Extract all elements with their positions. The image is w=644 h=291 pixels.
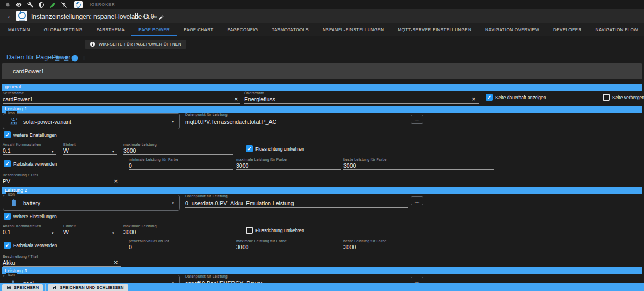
tab-navigation-flow[interactable]: NAVIGATION FLOW [589,23,644,36]
tab-page-chart[interactable]: PAGE CHART [177,23,220,36]
farbskala-label: Farbskala verwenden [13,243,57,248]
save-icon [6,285,11,290]
brand-label: IOBROKER [90,2,115,7]
max-leistung-input[interactable]: 3000 [123,229,136,235]
edit-pencil-icon[interactable] [158,13,165,19]
bell-icon[interactable] [4,2,11,8]
show-always-checkbox[interactable]: ✓ [486,94,493,101]
download-icon[interactable] [54,54,61,61]
flussrichtung-checkbox[interactable]: ✓ [246,145,253,152]
eye-icon[interactable] [16,2,22,8]
beschreibung-input[interactable]: Akku [3,259,15,266]
einheit-select[interactable]: W [63,229,69,235]
min-farbe-underline [129,251,233,251]
leistung2-header: Leistung 2 [2,187,642,194]
data-header-title: Daten für PagePower [6,54,71,61]
kommastellen-select[interactable]: 0.1 [3,147,11,154]
max-leistung-input[interactable]: 3000 [123,147,136,154]
seitenname-underline [3,103,240,104]
network-off-icon[interactable] [61,2,67,8]
save-button-label: SPEICHERN [14,285,39,290]
max-farbe-input[interactable]: 3000 [236,162,248,169]
footer-bar: SPEICHERN SPEICHERN UND SCHLIESSEN [0,283,644,291]
show-always-label: Seite dauerhaft anzeigen [495,95,546,100]
info-button[interactable]: info [151,15,157,19]
info-icon [90,41,96,47]
seitenname-input[interactable]: cardPower1 [3,96,33,102]
tab-farbthema[interactable]: FARBTHEMA [90,23,132,36]
datenpunkt-input[interactable]: mqtt.0.PV.Terrassendach.total.P_AC [185,118,276,125]
farbskala-checkbox[interactable]: ✓ [4,160,11,167]
farbskala-label: Farbskala verwenden [13,161,57,167]
icon-select-label: icon [6,273,17,277]
save-and-close-button[interactable]: SPEICHERN UND SCHLIESSEN [48,284,128,291]
pause-icon[interactable] [135,13,139,19]
beschreibung-clear-icon[interactable]: × [114,178,118,184]
max-farbe-label: maximale Leistung für Farbe [236,158,287,161]
datenpunkt-browse-button[interactable]: … [411,115,423,124]
datenpunkt-label: Datenpunkt für Leistung [185,274,228,278]
max-farbe-underline [236,169,341,170]
ueberschrift-clear-icon[interactable]: × [472,96,476,102]
accordion-cardpower1[interactable]: cardPower1 [2,63,642,79]
icon-select[interactable]: battery ▾ [3,195,180,211]
contrast-icon[interactable] [38,2,45,8]
icon-select-value: battery [23,200,40,206]
tab-mqtt-server-einstellungen[interactable]: MQTT-SERVER EINSTELLUNGEN [391,23,479,36]
tab-tasmotatools[interactable]: TASMOTATOOLS [265,23,316,36]
section-general-header: general [2,84,642,91]
ueberschrift-input[interactable]: Energiefluss [244,96,275,102]
chevron-down-icon: ▾ [172,120,174,124]
min-farbe-input[interactable]: 0 [129,162,132,169]
min-farbe-label: minimale Leistung für Farbe [129,158,178,161]
footer-divider [45,284,46,291]
beste-farbe-input[interactable]: 3000 [343,244,356,250]
tab-navigation-overview[interactable]: NAVIGATION OVERVIEW [478,23,546,36]
datenpunkt-input[interactable]: 0_userdata.0.PV_Akku_Emulation.Leistung [185,200,294,206]
min-farbe-label: powerMinValueForClor [129,239,169,243]
beste-farbe-input[interactable]: 3000 [343,162,356,169]
beschreibung-input[interactable]: PV [3,178,10,184]
add-circle-icon[interactable] [71,54,78,61]
min-farbe-input[interactable]: 0 [129,244,132,250]
datenpunkt-browse-button[interactable]: … [411,196,423,205]
kommastellen-select[interactable]: 0.1 [3,229,11,235]
refresh-icon[interactable] [142,12,149,19]
weitere-checkbox[interactable]: ✓ [4,213,11,220]
max-leistung-underline [123,154,233,155]
max-leistung-label: maximale Leistung [123,143,157,146]
datenpunkt-label: Datenpunkt für Leistung [185,194,228,198]
flussrichtung-checkbox[interactable]: ✓ [246,227,253,234]
max-farbe-input[interactable]: 3000 [236,244,248,250]
battery-icon [10,199,18,207]
weitere-checkbox[interactable]: ✓ [4,131,11,138]
tab-globalsetting[interactable]: GLOBALSETTING [37,23,90,36]
hide-page-checkbox[interactable]: ✓ [603,94,610,101]
min-farbe-underline [129,169,233,170]
beschreibung-label: Beschreibung / Titel [3,255,38,258]
upload-icon[interactable] [63,54,70,61]
tab-maintain[interactable]: MAINTAIN [1,23,37,36]
farbskala-checkbox[interactable]: ✓ [4,242,11,249]
wrench-icon[interactable] [27,2,33,8]
back-button[interactable]: ← [6,11,14,20]
chevron-down-icon: ▾ [112,231,114,235]
icon-select-value: solar-power-variant [23,118,71,125]
tab-page-power[interactable]: PAGE POWER [131,23,177,36]
beste-farbe-label: beste Leistung für Farbe [343,239,387,243]
plus-icon[interactable] [80,54,87,61]
icon-select[interactable]: solar-power-variant ▾ [3,113,180,129]
iobroker-logo[interactable] [74,1,83,8]
green-adapter-icon[interactable] [49,2,56,8]
tab-nspanel-einstellungen[interactable]: NSPANEL-EINSTELLUNGEN [316,23,391,36]
seitenname-clear-icon[interactable]: × [234,96,238,102]
save-button[interactable]: SPEICHERN [2,284,43,291]
wiki-open-button[interactable]: WIKI-SEITE FÜR PAGEPOWER ÖFFNEN [85,40,186,49]
beste-farbe-underline [343,251,494,251]
beschreibung-clear-icon[interactable]: × [114,259,118,265]
adapter-logo [16,11,27,21]
accordion-title: cardPower1 [13,68,45,74]
tab-developer[interactable]: DEVELOPER [546,23,589,36]
einheit-select[interactable]: W [63,147,69,154]
tab-pageconfig[interactable]: PAGECONFIG [221,23,265,36]
